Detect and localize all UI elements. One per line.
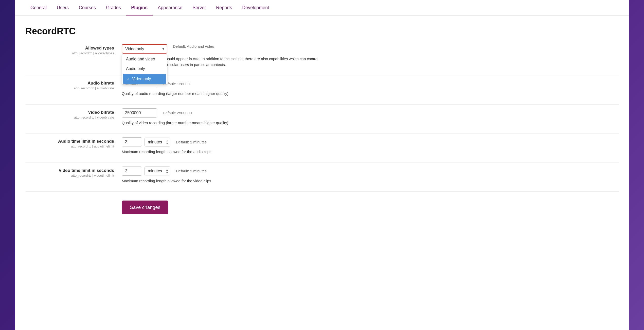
audio-bitrate-row: Audio bitrate atto_recordrtc | audiobitr… bbox=[25, 79, 619, 97]
video-bitrate-input-row: Default: 2500000 bbox=[122, 108, 619, 118]
content-area: RecordRTC Allowed types atto_recordrtc |… bbox=[15, 16, 629, 330]
audio-bitrate-label-col: Audio bitrate atto_recordrtc | audiobitr… bbox=[25, 79, 122, 90]
nav-server[interactable]: Server bbox=[187, 0, 211, 15]
allowed-types-select[interactable]: Audio and video Audio only Video only bbox=[122, 44, 167, 54]
video-bitrate-input[interactable] bbox=[122, 108, 157, 118]
video-time-limit-row: Video time limit in seconds atto_recordr… bbox=[25, 167, 619, 184]
video-bitrate-default: Default: 2500000 bbox=[163, 111, 192, 115]
video-bitrate-label-col: Video bitrate atto_recordrtc | videobitr… bbox=[25, 108, 122, 119]
divider-1 bbox=[25, 75, 619, 75]
audio-bitrate-input-row: Default: 128000 bbox=[122, 79, 619, 88]
audio-time-limit-label: Audio time limit in seconds bbox=[25, 139, 114, 144]
allowed-types-dropdown: Audio and video Audio only ✓ Video only bbox=[122, 54, 167, 85]
allowed-types-label: Allowed types bbox=[25, 46, 114, 51]
video-time-limit-description: Maximum recording length allowed for the… bbox=[122, 178, 325, 184]
video-time-unit-wrapper: minutes seconds hours ▲▼ bbox=[145, 167, 170, 175]
audio-time-limit-row: Audio time limit in seconds atto_recordr… bbox=[25, 137, 619, 155]
nav-grades[interactable]: Grades bbox=[101, 0, 126, 15]
allowed-types-sub: atto_recordrtc | allowedtypes bbox=[25, 51, 114, 55]
nav-users[interactable]: Users bbox=[52, 0, 74, 15]
video-time-limit-label-col: Video time limit in seconds atto_recordr… bbox=[25, 167, 122, 177]
divider-5 bbox=[25, 191, 619, 192]
video-bitrate-label: Video bitrate bbox=[25, 110, 114, 115]
audio-time-limit-label-col: Audio time limit in seconds atto_recordr… bbox=[25, 137, 122, 148]
audio-time-limit-control: minutes seconds hours ▲▼ Default: 2 minu… bbox=[122, 137, 619, 155]
save-button-container: Save changes bbox=[25, 195, 619, 214]
dropdown-option-audio-only[interactable]: Audio only bbox=[122, 64, 167, 74]
nav-general[interactable]: General bbox=[25, 0, 52, 15]
nav-development[interactable]: Development bbox=[237, 0, 274, 15]
video-bitrate-row: Video bitrate atto_recordrtc | videobitr… bbox=[25, 108, 619, 126]
video-time-limit-input[interactable] bbox=[122, 167, 142, 176]
audio-time-unit-select[interactable]: minutes seconds hours bbox=[145, 138, 170, 146]
allowed-types-label-col: Allowed types atto_recordrtc | allowedty… bbox=[25, 44, 122, 55]
allowed-types-control: Audio and video Audio only Video only ▼ … bbox=[122, 44, 619, 68]
audio-bitrate-description: Quality of audio recording (larger numbe… bbox=[122, 91, 325, 97]
audio-time-limit-sub: atto_recordrtc | audiotimelimit bbox=[25, 144, 114, 148]
video-bitrate-sub: atto_recordrtc | videobitrate bbox=[25, 116, 114, 119]
audio-bitrate-label: Audio bitrate bbox=[25, 81, 114, 86]
nav-courses[interactable]: Courses bbox=[74, 0, 101, 15]
video-bitrate-control: Default: 2500000 Quality of video record… bbox=[122, 108, 619, 126]
audio-bitrate-control: Default: 128000 Quality of audio recordi… bbox=[122, 79, 619, 97]
dropdown-option-video-only[interactable]: ✓ Video only bbox=[123, 74, 166, 84]
audio-time-unit-wrapper: minutes seconds hours ▲▼ bbox=[145, 138, 170, 146]
allowed-types-row: Allowed types atto_recordrtc | allowedty… bbox=[25, 44, 619, 68]
top-navigation: General Users Courses Grades Plugins App… bbox=[15, 0, 629, 16]
video-time-limit-sub: atto_recordrtc | videotimelimit bbox=[25, 174, 114, 177]
audio-time-limit-input-row: minutes seconds hours ▲▼ Default: 2 minu… bbox=[122, 137, 619, 146]
video-time-unit-select[interactable]: minutes seconds hours bbox=[145, 167, 170, 175]
divider-3 bbox=[25, 133, 619, 134]
nav-reports[interactable]: Reports bbox=[211, 0, 237, 15]
video-time-limit-default: Default: 2 minutes bbox=[176, 169, 207, 173]
audio-time-limit-description: Maximum recording length allowed for the… bbox=[122, 149, 325, 155]
dropdown-option-audio-video-label: Audio and video bbox=[126, 57, 155, 61]
allowed-types-default: Default: Audio and video bbox=[173, 44, 214, 48]
audio-bitrate-sub: atto_recordrtc | audiobitrate bbox=[25, 86, 114, 90]
divider-2 bbox=[25, 104, 619, 105]
dropdown-option-video-only-label: Video only bbox=[132, 77, 151, 81]
video-time-limit-control: minutes seconds hours ▲▼ Default: 2 minu… bbox=[122, 167, 619, 184]
video-time-limit-label: Video time limit in seconds bbox=[25, 168, 114, 173]
dropdown-option-audio-only-label: Audio only bbox=[126, 67, 145, 71]
dropdown-option-audio-video[interactable]: Audio and video bbox=[122, 54, 167, 64]
video-bitrate-description: Quality of video recording (larger numbe… bbox=[122, 120, 325, 126]
nav-appearance[interactable]: Appearance bbox=[153, 0, 187, 15]
checkmark-icon: ✓ bbox=[127, 77, 130, 81]
save-button[interactable]: Save changes bbox=[122, 201, 168, 214]
nav-plugins[interactable]: Plugins bbox=[126, 0, 153, 15]
audio-time-limit-default: Default: 2 minutes bbox=[176, 140, 207, 144]
audio-time-limit-input[interactable] bbox=[122, 137, 142, 146]
video-time-limit-input-row: minutes seconds hours ▲▼ Default: 2 minu… bbox=[122, 167, 619, 176]
divider-4 bbox=[25, 162, 619, 163]
page-title: RecordRTC bbox=[25, 26, 619, 37]
allowed-types-select-wrapper: Audio and video Audio only Video only ▼ … bbox=[122, 44, 167, 54]
